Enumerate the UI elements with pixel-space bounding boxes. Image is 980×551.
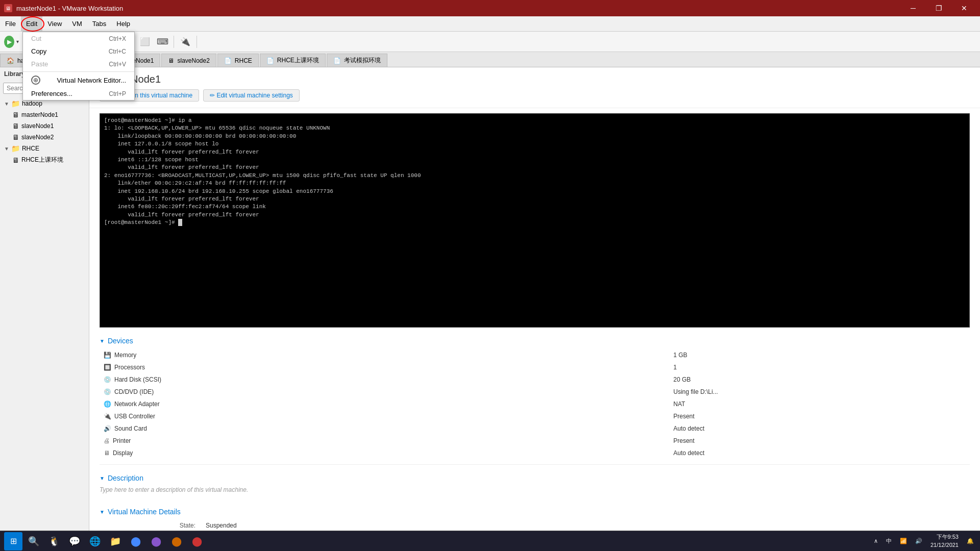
devices-section-header[interactable]: ▼ Devices — [100, 333, 970, 349]
sidebar-item-masternode1[interactable]: 🖥 masterNode1 — [8, 109, 89, 120]
terminal-line-12: inet6 fe80::20c:29ff:fec2:af74/64 scope … — [104, 203, 965, 211]
device-row-memory[interactable]: 💾Memory 1 GB — [100, 349, 970, 361]
tab-hadoop-icon: 🏠 — [7, 57, 14, 64]
device-row-processors[interactable]: 🔲Processors 1 — [100, 361, 970, 373]
tab-rhce-class[interactable]: 📄 RHCE上课环境 — [260, 54, 326, 67]
tray-lang[interactable]: 中 — [884, 536, 894, 546]
library-label: Library — [4, 70, 25, 78]
taskbar-blue[interactable]: ⬤ — [127, 532, 145, 550]
menu-tabs[interactable]: Tabs — [87, 16, 111, 31]
network-value: NAT — [669, 398, 970, 410]
title-bar-left: 🖥 masterNode1 - VMware Workstation — [4, 4, 123, 12]
harddisk-value: 20 GB — [669, 373, 970, 386]
terminal-line-11: valid_lft forever preferred_lft forever — [104, 195, 965, 203]
menu-view[interactable]: View — [42, 16, 67, 31]
processors-label: Processors — [114, 364, 145, 371]
device-row-display[interactable]: 🖥Display Auto detect — [100, 447, 970, 459]
vm-icon-slavenode1: 🖥 — [12, 122, 19, 130]
sidebar-label-slavenode2: slaveNode2 — [21, 134, 54, 141]
device-row-soundcard[interactable]: 🔊Sound Card Auto detect — [100, 422, 970, 435]
description-section-header[interactable]: ▼ Description — [100, 470, 970, 486]
menu-cut[interactable]: Cut Ctrl+X — [23, 32, 134, 45]
menu-file[interactable]: File — [0, 16, 21, 31]
toolbar-send-ctrl-alt-del[interactable]: ⌨ — [154, 34, 170, 50]
vm-header: masterNode1 ▶ Power on this virtual mach… — [89, 67, 980, 108]
tab-rhce[interactable]: 📄 RHCE — [217, 54, 259, 67]
description-text[interactable]: Type here to enter a description of this… — [100, 486, 970, 493]
processors-icon: 🔲 — [104, 364, 111, 371]
memory-value: 1 GB — [669, 349, 970, 361]
tab-rhce-class-icon: 📄 — [266, 57, 274, 64]
detail-row-state: State: Suspended — [100, 520, 970, 531]
taskbar-red[interactable]: ⬤ — [188, 532, 206, 550]
terminal-area[interactable]: [root@masterNode1 ~]# ip a 1: lo: <LOOPB… — [100, 113, 970, 328]
tray-wifi[interactable]: 📶 — [898, 537, 909, 545]
device-row-printer[interactable]: 🖨Printer Present — [100, 435, 970, 447]
expand-icon-hadoop: ▼ — [4, 101, 9, 107]
vm-details-label: Virtual Machine Details — [108, 508, 181, 516]
start-button[interactable]: ⊞ — [4, 532, 22, 550]
tab-exam[interactable]: 📄 考试模拟环境 — [327, 54, 387, 67]
tab-slavenode2[interactable]: 🖥 slaveNode2 — [161, 54, 216, 67]
device-row-usb[interactable]: 🔌USB Controller Present — [100, 410, 970, 422]
tab-slavenode2-label: slaveNode2 — [177, 57, 209, 64]
toolbar-usb[interactable]: 🔌 — [177, 34, 193, 50]
terminal-line-4: inet 127.0.0.1/8 scope host lo — [104, 140, 965, 148]
close-button[interactable]: ✕ — [952, 0, 976, 16]
tab-rhce-label: RHCE — [235, 57, 252, 64]
tab-exam-icon: 📄 — [333, 57, 341, 64]
taskbar-browser[interactable]: 🌐 — [86, 532, 104, 550]
restore-button[interactable]: ❐ — [927, 0, 950, 16]
menu-help[interactable]: Help — [111, 16, 135, 31]
toolbar-fit[interactable]: ⬜ — [137, 34, 153, 50]
device-row-network[interactable]: 🌐Network Adapter NAT — [100, 398, 970, 410]
taskbar-penguin[interactable]: 🐧 — [45, 532, 63, 550]
vm-details-header[interactable]: ▼ Virtual Machine Details — [100, 504, 970, 520]
sidebar-item-slavenode2[interactable]: 🖥 slaveNode2 — [8, 132, 89, 143]
terminal-line-14: [root@masterNode1 ~]# — [104, 219, 965, 227]
vm-title: masterNode1 — [100, 73, 970, 85]
sidebar: Library ▼ 📁 hadoop 🖥 masterNode1 🖥 slave… — [0, 67, 89, 534]
taskbar-chat[interactable]: 💬 — [65, 532, 84, 550]
taskbar-tray: ∧ 中 📶 🔊 下午9:53 21/12/2021 🔔 — [872, 532, 976, 550]
menu-copy[interactable]: Copy Ctrl+C — [23, 45, 134, 58]
sidebar-label-masternode1: masterNode1 — [21, 111, 58, 118]
play-icon[interactable]: ▶ — [4, 36, 14, 48]
taskbar-search[interactable]: 🔍 — [24, 532, 43, 550]
devices-table: 💾Memory 1 GB 🔲Processors 1 💿Hard Disk (S… — [100, 349, 970, 459]
menu-vne[interactable]: ⊕ Virtual Network Editor... — [23, 73, 134, 87]
tray-expand[interactable]: ∧ — [872, 537, 880, 545]
tray-time[interactable]: 下午9:53 21/12/2021 — [928, 532, 961, 550]
minimize-button[interactable]: ─ — [901, 0, 925, 16]
cdvd-label: CD/DVD (IDE) — [114, 388, 154, 395]
terminal-line-13: valid_lft forever preferred_lft forever — [104, 211, 965, 219]
play-button-group[interactable]: ▶ ▾ — [4, 34, 20, 50]
soundcard-label: Sound Card — [114, 425, 147, 432]
menu-edit[interactable]: Edit — [21, 16, 42, 31]
processors-value: 1 — [669, 361, 970, 373]
play-dropdown[interactable]: ▾ — [14, 34, 20, 50]
app-icon: 🖥 — [4, 4, 12, 12]
harddisk-icon: 💿 — [104, 376, 111, 383]
device-row-cdvdrom[interactable]: 💿CD/DVD (IDE) Using file D:\Li... — [100, 386, 970, 398]
sidebar-item-rhce[interactable]: ▼ 📁 RHCE — [0, 143, 89, 154]
tray-notification[interactable]: 🔔 — [965, 537, 976, 545]
network-label: Network Adapter — [114, 400, 160, 408]
terminal-line-9: link/ether 00:0c:29:c2:af:74 brd ff:ff:f… — [104, 180, 965, 187]
tray-volume[interactable]: 🔊 — [913, 537, 924, 545]
taskbar-explorer[interactable]: 📁 — [106, 532, 125, 550]
menu-vm[interactable]: VM — [67, 16, 87, 31]
display-label: Display — [113, 449, 133, 457]
menu-preferences[interactable]: Preferences... Ctrl+P — [23, 87, 134, 100]
sidebar-item-slavenode1[interactable]: 🖥 slaveNode1 — [8, 120, 89, 132]
taskbar-orange[interactable]: ⬤ — [167, 532, 186, 550]
description-chevron: ▼ — [100, 475, 105, 481]
terminal-line-1: [root@masterNode1 ~]# ip a — [104, 117, 965, 124]
sidebar-item-rhce-class[interactable]: 🖥 RHCE上课环境 — [8, 154, 89, 166]
menu-paste[interactable]: Paste Ctrl+V — [23, 58, 134, 70]
usb-label: USB Controller — [114, 413, 155, 420]
edit-settings-button[interactable]: ✏ Edit virtual machine settings — [203, 89, 300, 102]
main-layout: Library ▼ 📁 hadoop 🖥 masterNode1 🖥 slave… — [0, 67, 980, 534]
device-row-harddisk[interactable]: 💿Hard Disk (SCSI) 20 GB — [100, 373, 970, 386]
taskbar-purple[interactable]: ⬤ — [147, 532, 165, 550]
